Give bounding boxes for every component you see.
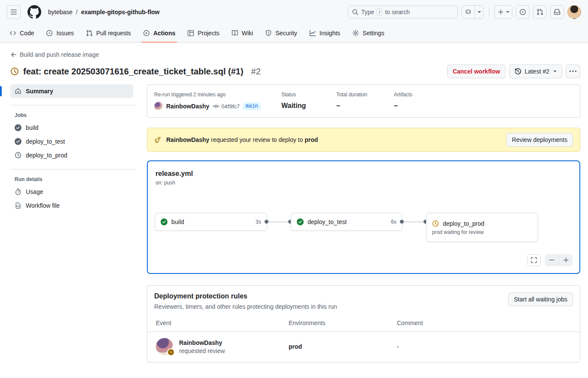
sidebar-divider: [10, 169, 136, 169]
column-environments: Environments: [289, 320, 397, 326]
tab-label: Insights: [320, 30, 340, 37]
connector-line: [268, 221, 288, 222]
tab-label: Wiki: [242, 30, 253, 37]
branch-badge[interactable]: main: [243, 102, 261, 110]
graph-node-build[interactable]: build 3s: [155, 213, 267, 231]
job-name: build: [26, 124, 39, 131]
run-title-text: feat: create 202503071616_create_ticket_…: [23, 67, 244, 77]
tab-code[interactable]: Code: [5, 24, 38, 42]
fit-view-button[interactable]: [527, 254, 541, 266]
job-name: deploy_to_prod: [26, 152, 67, 159]
global-header: bytebase / example-gitops-github-flow Ty…: [0, 0, 588, 24]
start-all-waiting-jobs-button[interactable]: Start all waiting jobs: [508, 292, 573, 306]
rules-subtitle: Reviewers, timers, and other rules prote…: [154, 303, 337, 310]
stopwatch-icon: [15, 188, 21, 195]
graph-node-deploy-to-prod[interactable]: deploy_to_prod prod waiting for review: [426, 213, 538, 242]
latest-run-label: Latest #2: [524, 68, 549, 75]
tab-security[interactable]: Security: [261, 24, 302, 42]
node-duration: 6s: [391, 219, 396, 225]
sidebar-job-deploy-to-test[interactable]: deploy_to_test: [10, 135, 133, 148]
header-actions: Type / to search: [348, 5, 581, 19]
run-options-kebab-button[interactable]: [566, 65, 580, 78]
status-label: Status: [281, 92, 336, 98]
copilot-button[interactable]: [461, 5, 475, 19]
tab-projects[interactable]: Projects: [183, 24, 224, 42]
sidebar-job-build[interactable]: build: [10, 121, 133, 135]
sidebar-item-workflow-file[interactable]: Workflow file: [10, 199, 133, 212]
tab-pull-requests[interactable]: Pull requests: [82, 24, 135, 42]
clock-icon: [432, 220, 439, 227]
plus-icon: [497, 9, 504, 15]
tab-actions[interactable]: Actions: [139, 24, 180, 42]
check-circle-icon: [15, 138, 21, 145]
back-to-workflow-link[interactable]: Build and push release image: [10, 51, 99, 58]
banner-message: RainbowDashy requested your review to de…: [166, 136, 318, 143]
repo-breadcrumb: bytebase / example-gitops-github-flow: [48, 9, 159, 15]
zoom-in-button[interactable]: [559, 254, 573, 266]
dash-icon: [548, 257, 555, 264]
actor-name-link[interactable]: RainbowDashy: [166, 103, 209, 110]
commit-link[interactable]: 04f9fc7: [213, 103, 240, 110]
sidebar-job-deploy-to-prod[interactable]: deploy_to_prod: [10, 148, 133, 162]
cancel-workflow-button[interactable]: Cancel workflow: [447, 65, 506, 78]
node-name: build: [171, 218, 184, 225]
tab-label: Security: [275, 30, 297, 37]
repo-link[interactable]: example-gitops-github-flow: [81, 9, 160, 15]
pull-requests-button[interactable]: [533, 5, 547, 19]
node-name: deploy_to_test: [308, 218, 347, 225]
banner-actor: RainbowDashy: [166, 136, 209, 143]
create-new-button[interactable]: [494, 5, 512, 19]
inbox-button[interactable]: [550, 5, 564, 19]
workflow-name: Build and push release image: [20, 51, 99, 58]
home-icon: [15, 88, 21, 95]
rules-table-header: Event Environments Comment: [147, 310, 580, 332]
github-logo-icon[interactable]: [27, 5, 41, 19]
rocket-icon: [154, 136, 161, 143]
reviewer-avatar: [156, 338, 173, 355]
row-environments: prod: [289, 343, 397, 350]
duration-value: –: [336, 102, 394, 110]
event-action: requested review: [179, 347, 225, 354]
sidebar-item-label: Summary: [26, 88, 53, 95]
search-placeholder-suffix: to search: [385, 9, 410, 15]
graph-connector: [400, 220, 427, 224]
org-link[interactable]: bytebase: [48, 9, 73, 15]
tab-label: Settings: [363, 30, 384, 37]
review-deployments-button[interactable]: Review deployments: [506, 133, 573, 147]
waiting-clock-icon: [10, 67, 19, 76]
workflow-graph-card: release.yml on: push build 3s deploy_to_…: [147, 160, 580, 274]
copilot-menu-button[interactable]: [475, 5, 484, 19]
user-avatar[interactable]: [567, 5, 581, 19]
history-icon: [515, 68, 521, 75]
clock-badge-icon: [167, 348, 175, 356]
workflow-file-name: release.yml: [155, 170, 572, 178]
sidebar-item-summary[interactable]: Summary: [10, 84, 133, 98]
clock-icon: [15, 152, 21, 159]
tab-wiki[interactable]: Wiki: [227, 24, 257, 42]
connector-dot: [400, 220, 404, 224]
graph-node-deploy-to-test[interactable]: deploy_to_test 6s: [291, 213, 402, 231]
run-header: Build and push release image feat: creat…: [0, 43, 588, 84]
copilot-icon: [465, 9, 472, 15]
run-details-heading: Run details: [15, 176, 147, 182]
check-circle-icon: [297, 218, 304, 225]
search-input[interactable]: Type / to search: [348, 6, 458, 18]
tab-settings[interactable]: Settings: [348, 24, 389, 42]
sidebar-item-usage[interactable]: Usage: [10, 185, 133, 199]
artifacts-value: –: [394, 102, 449, 110]
actor-avatar[interactable]: [154, 102, 163, 111]
tab-issues[interactable]: Issues: [42, 24, 78, 42]
zoom-out-button[interactable]: [545, 254, 559, 266]
graph-header: release.yml on: push: [148, 161, 579, 186]
issues-button[interactable]: [516, 5, 530, 19]
latest-run-dropdown[interactable]: Latest #2: [509, 65, 562, 78]
three-bars-icon: [10, 9, 17, 15]
plus-icon: [563, 257, 570, 264]
graph-controls: [527, 254, 573, 266]
check-circle-icon: [15, 124, 21, 131]
hamburger-menu-button[interactable]: [7, 5, 21, 19]
tab-label: Projects: [198, 30, 219, 37]
tab-insights[interactable]: Insights: [305, 24, 344, 42]
sidebar-item-label: Workflow file: [26, 202, 60, 209]
duration-label: Total duration: [336, 92, 394, 98]
